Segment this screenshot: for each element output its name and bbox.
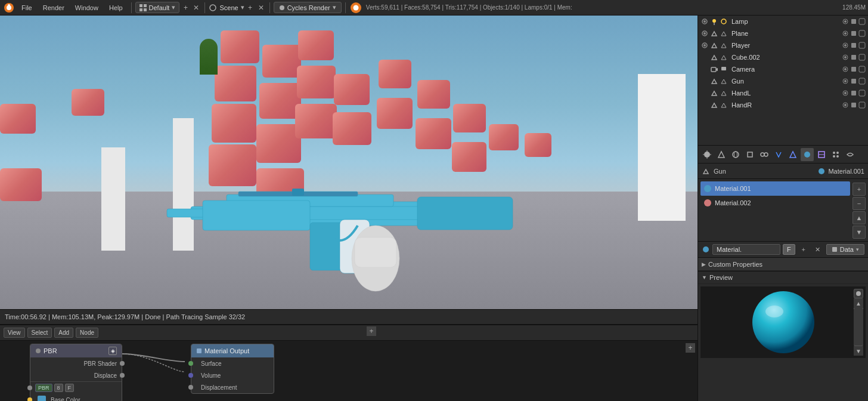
cube002-vis-icon[interactable] xyxy=(842,54,849,61)
preview-header[interactable]: ▼ Preview xyxy=(698,271,868,284)
node-add-btn[interactable]: + xyxy=(367,326,376,336)
constraints-btn[interactable] xyxy=(758,148,771,161)
mat-remove-btn[interactable]: − xyxy=(852,197,866,210)
mat-down-btn[interactable]: ▼ xyxy=(852,226,866,239)
preview-icon-1[interactable] xyxy=(854,289,863,298)
viewport-3d[interactable] xyxy=(0,16,698,309)
texture-props-btn[interactable] xyxy=(815,148,828,161)
node-canvas: PBR ◈ PBR Shader Displace PBR xyxy=(0,341,698,401)
render-icon xyxy=(702,150,712,159)
material-output-node[interactable]: Material Output Surface Volume Displacem… xyxy=(191,344,274,394)
material-item-002[interactable]: Material.002 xyxy=(700,196,850,210)
close-layout-button[interactable]: ✕ xyxy=(191,3,201,13)
mat-up-btn[interactable]: ▲ xyxy=(852,211,866,224)
plane-vis-icon2[interactable] xyxy=(842,30,849,37)
node-select-btn[interactable]: Select xyxy=(27,328,52,338)
file-menu[interactable]: File xyxy=(17,3,37,13)
mat-add-btn[interactable]: + xyxy=(852,183,866,196)
mat-plus-button[interactable]: + xyxy=(798,243,810,255)
player-sel-icon[interactable] xyxy=(858,42,866,49)
eye-icon[interactable] xyxy=(700,17,709,26)
preview-scroll-up[interactable]: ▲ xyxy=(854,298,863,308)
handl-render-icon[interactable] xyxy=(850,90,857,97)
mat-name-bar-label[interactable]: Material.001 xyxy=(828,168,864,175)
help-menu[interactable]: Help xyxy=(104,3,128,13)
node-view-btn[interactable]: View xyxy=(4,328,25,338)
render-menu[interactable]: Render xyxy=(38,3,69,13)
mat-f-button[interactable]: F xyxy=(783,244,795,255)
add-layout-button[interactable]: + xyxy=(181,3,190,13)
handl-sel-icon[interactable] xyxy=(858,90,866,97)
plane-vis-icon[interactable] xyxy=(700,29,709,38)
material-props-btn[interactable] xyxy=(801,148,814,161)
render-props-btn[interactable] xyxy=(700,148,714,161)
pbr-node-header: PBR ◈ xyxy=(30,344,122,357)
mat-x-button[interactable]: ✕ xyxy=(812,243,824,255)
base-color-swatch[interactable] xyxy=(38,396,46,401)
cube002-sel-icon[interactable] xyxy=(858,54,866,61)
cube-m1 xyxy=(298,30,334,60)
gun-label: Gun xyxy=(731,78,744,85)
camera-vis-icon[interactable] xyxy=(842,66,849,73)
gun-render-icon[interactable] xyxy=(850,78,857,85)
add-scene-button[interactable]: + xyxy=(246,3,255,13)
world-props-btn[interactable] xyxy=(729,148,742,161)
pbr-node-collapse[interactable]: ◈ xyxy=(108,347,117,355)
plane-mesh-icon xyxy=(710,29,718,38)
physics-btn[interactable] xyxy=(844,148,857,161)
lamp-vis-icon[interactable] xyxy=(842,18,849,25)
world-icon xyxy=(731,150,740,159)
gun-sel-icon[interactable] xyxy=(858,78,866,85)
custom-properties-header[interactable]: ▶ Custom Properties xyxy=(698,258,868,271)
node-add-menu-btn[interactable]: Add xyxy=(54,328,73,338)
custom-props-triangle: ▶ xyxy=(702,261,706,267)
gun-obj-label[interactable]: Gun xyxy=(714,168,726,175)
data-props-btn[interactable] xyxy=(786,148,799,161)
data-btn-arrow: ▾ xyxy=(856,246,859,252)
close-scene-button[interactable]: ✕ xyxy=(256,3,266,13)
handr-vis-icon[interactable] xyxy=(842,101,849,109)
node-editor[interactable]: + View Select Add Node PBR ◈ PBR Shader xyxy=(0,325,698,401)
particles-btn[interactable] xyxy=(829,148,842,161)
outliner-gun[interactable]: Gun xyxy=(698,75,868,87)
outliner-cube002[interactable]: Cube.002 xyxy=(698,51,868,63)
object-props-btn[interactable] xyxy=(743,148,757,161)
material-item-001[interactable]: Material.001 xyxy=(700,181,850,196)
modifiers-icon xyxy=(774,150,783,159)
player-vis-icon[interactable] xyxy=(700,41,709,50)
camera-sel-icon[interactable] xyxy=(858,66,866,73)
handr-sel-icon[interactable] xyxy=(858,101,866,109)
player-render-icon[interactable] xyxy=(850,42,857,49)
window-menu[interactable]: Window xyxy=(70,3,103,13)
screen-layout-selector[interactable]: Default ▾ xyxy=(135,2,180,13)
render-engine-selector[interactable]: Cycles Render ▾ xyxy=(274,2,342,13)
outliner-camera[interactable]: Camera xyxy=(698,63,868,75)
mem-value: 128.45M xyxy=(842,4,866,11)
outliner-lamp[interactable]: Lamp xyxy=(698,16,868,27)
svg-point-91 xyxy=(703,246,709,252)
scene-selector[interactable]: Scene ▾ xyxy=(209,4,244,12)
camera-render-icon[interactable] xyxy=(850,66,857,73)
lamp-render-icon[interactable] xyxy=(850,18,857,25)
node-canvas-add-btn[interactable]: + xyxy=(686,343,695,353)
handr-render-icon[interactable] xyxy=(850,101,857,109)
player-vis-icon2[interactable] xyxy=(842,42,849,49)
handl-vis-icon[interactable] xyxy=(842,90,849,97)
lamp-sel-icon[interactable] xyxy=(858,18,866,25)
preview-scroll-down[interactable]: ▼ xyxy=(854,346,863,356)
cube002-render-icon[interactable] xyxy=(850,54,857,61)
gun-vis-icon[interactable] xyxy=(842,78,849,85)
outliner-plane[interactable]: Plane xyxy=(698,27,868,39)
modifiers-btn[interactable] xyxy=(772,148,785,161)
node-node-btn[interactable]: Node xyxy=(76,328,98,338)
material-name-input[interactable] xyxy=(712,244,780,255)
data-button[interactable]: Data ▾ xyxy=(826,244,864,255)
outliner-player[interactable]: Player xyxy=(698,39,868,51)
plane-sel-icon[interactable] xyxy=(858,30,866,37)
material-icon xyxy=(802,150,812,159)
pbr-node[interactable]: PBR ◈ PBR Shader Displace PBR xyxy=(30,344,122,401)
plane-render-icon[interactable] xyxy=(850,30,857,37)
outliner-handr[interactable]: HandR xyxy=(698,99,868,111)
scene-props-btn[interactable] xyxy=(715,148,728,161)
outliner-handl[interactable]: HandL xyxy=(698,87,868,99)
